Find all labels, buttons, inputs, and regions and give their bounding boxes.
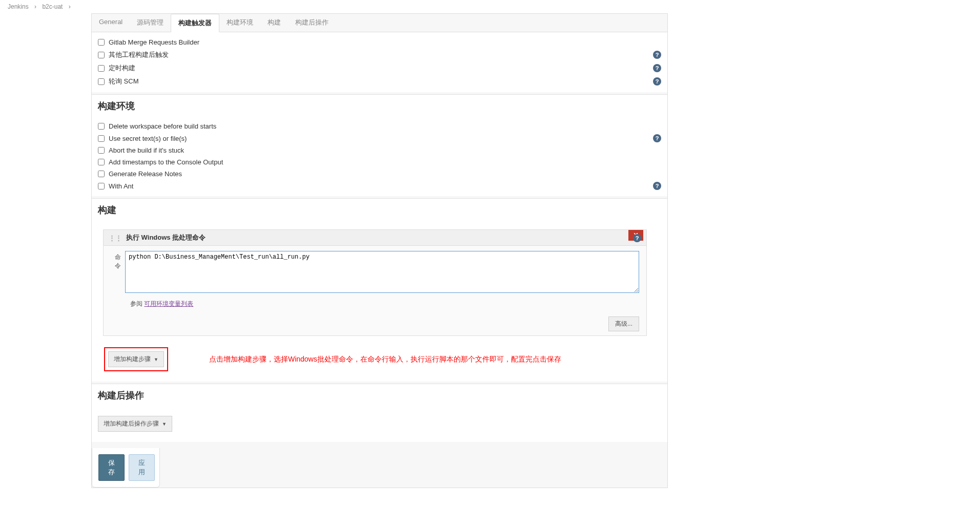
label-gitlab-mr: Gitlab Merge Requests Builder xyxy=(109,38,661,46)
label-release-notes: Generate Release Notes xyxy=(109,170,661,178)
post-heading: 构建后操作 xyxy=(92,384,667,406)
triggers-section: Gitlab Merge Requests Builder 其他工程构建后触发 … xyxy=(92,32,667,92)
save-button[interactable]: 保存 xyxy=(98,454,125,481)
label-abort: Abort the build if it's stuck xyxy=(109,146,661,154)
checkbox-poll-scm[interactable] xyxy=(98,78,105,85)
help-icon[interactable]: ? xyxy=(653,64,661,72)
env-vars-link[interactable]: 可用环境变量列表 xyxy=(144,300,193,307)
checkbox-with-ant[interactable] xyxy=(98,183,105,189)
checkbox-delete-ws[interactable] xyxy=(98,123,105,130)
drag-handle-icon[interactable]: ⋮⋮ xyxy=(109,234,122,242)
build-step-title: 执行 Windows 批处理命令 xyxy=(126,233,206,242)
checkbox-gitlab-mr[interactable] xyxy=(98,39,105,46)
add-post-step-label: 增加构建后操作步骤 xyxy=(104,419,159,428)
tab-build[interactable]: 构建 xyxy=(260,14,288,32)
annotation-text: 点击增加构建步骤，选择Windows批处理命令，在命令行输入，执行运行脚本的那个… xyxy=(209,355,561,364)
apply-button[interactable]: 应用 xyxy=(129,454,155,481)
caret-down-icon: ▼ xyxy=(154,357,158,362)
label-timestamps: Add timestamps to the Console Output xyxy=(109,158,661,166)
chevron-right-icon: › xyxy=(69,3,71,10)
breadcrumb: Jenkins › b2c-uat › xyxy=(0,0,980,13)
label-secret: Use secret text(s) or file(s) xyxy=(109,135,653,142)
checkbox-timer[interactable] xyxy=(98,65,105,72)
build-step-header: ⋮⋮ 执行 Windows 批处理命令 X xyxy=(104,230,646,246)
annotation-highlight: 增加构建步骤 ▼ xyxy=(104,347,168,371)
env-heading: 构建环境 xyxy=(92,94,667,116)
chevron-right-icon: › xyxy=(34,3,36,10)
build-step-body: 命令 xyxy=(104,246,646,300)
tab-triggers[interactable]: 构建触发器 xyxy=(171,14,219,32)
tab-scm[interactable]: 源码管理 xyxy=(130,14,171,32)
breadcrumb-root[interactable]: Jenkins xyxy=(8,3,29,10)
tab-env[interactable]: 构建环境 xyxy=(219,14,260,32)
build-heading: 构建 xyxy=(92,198,667,220)
checkbox-release-notes[interactable] xyxy=(98,171,105,177)
add-step-row: 增加构建步骤 ▼ 点击增加构建步骤，选择Windows批处理命令，在命令行输入，… xyxy=(98,341,652,377)
breadcrumb-job[interactable]: b2c-uat xyxy=(42,3,63,10)
checkbox-abort[interactable] xyxy=(98,147,105,154)
add-step-label: 增加构建步骤 xyxy=(114,355,151,364)
help-icon[interactable]: ? xyxy=(653,51,661,59)
env-section: Delete workspace before build starts Use… xyxy=(92,116,667,196)
post-section: 增加构建后操作步骤 ▼ xyxy=(92,406,667,442)
label-timer: 定时构建 xyxy=(109,64,653,73)
label-with-ant: With Ant xyxy=(109,182,653,190)
build-step: ⋮⋮ 执行 Windows 批处理命令 X ? 命令 参阅 可用环境变量列表 高… xyxy=(103,229,647,336)
label-poll-scm: 轮询 SCM xyxy=(109,77,653,86)
checkbox-timestamps[interactable] xyxy=(98,159,105,165)
help-icon[interactable]: ? xyxy=(653,77,661,86)
tab-general[interactable]: General xyxy=(92,14,130,32)
config-tabs: General 源码管理 构建触发器 构建环境 构建 构建后操作 xyxy=(92,14,667,32)
cmd-label: 命令 xyxy=(111,251,125,294)
checkbox-secret[interactable] xyxy=(98,135,105,142)
label-delete-ws: Delete workspace before build starts xyxy=(109,122,661,130)
help-icon[interactable]: ? xyxy=(633,234,641,242)
build-section: ⋮⋮ 执行 Windows 批处理命令 X ? 命令 参阅 可用环境变量列表 高… xyxy=(92,220,667,382)
config-panel: General 源码管理 构建触发器 构建环境 构建 构建后操作 Gitlab … xyxy=(91,13,668,488)
refer-prefix: 参阅 xyxy=(130,300,144,307)
refer-line: 参阅 可用环境变量列表 xyxy=(104,300,646,308)
tab-post[interactable]: 构建后操作 xyxy=(288,14,336,32)
help-icon[interactable]: ? xyxy=(653,134,661,142)
caret-down-icon: ▼ xyxy=(162,421,167,427)
help-icon[interactable]: ? xyxy=(653,182,661,190)
advanced-button[interactable]: 高级... xyxy=(608,316,639,331)
checkbox-other-builds[interactable] xyxy=(98,52,105,58)
command-input[interactable] xyxy=(125,251,639,293)
label-other-builds: 其他工程构建后触发 xyxy=(109,50,653,59)
footer-actions: 保存 应用 xyxy=(92,448,160,488)
add-build-step-button[interactable]: 增加构建步骤 ▼ xyxy=(108,351,164,367)
add-post-step-button[interactable]: 增加构建后操作步骤 ▼ xyxy=(98,416,172,432)
